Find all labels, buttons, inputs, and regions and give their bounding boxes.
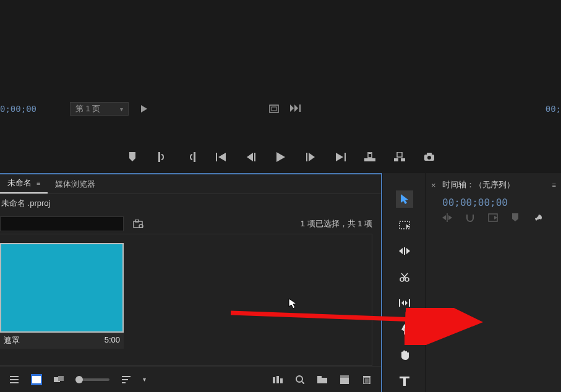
export-frame-icon[interactable]: [423, 151, 435, 163]
play-icon[interactable]: [141, 105, 147, 113]
svg-rect-7: [194, 152, 195, 162]
svg-marker-15: [336, 153, 343, 161]
track-select-tool[interactable]: [396, 216, 413, 234]
svg-rect-24: [427, 153, 432, 155]
lift-icon[interactable]: [364, 151, 376, 163]
panel-menu-icon[interactable]: ≡: [36, 179, 40, 187]
icon-view-button[interactable]: [31, 374, 42, 385]
svg-point-41: [296, 376, 302, 382]
svg-marker-52: [401, 194, 408, 204]
svg-rect-68: [403, 377, 406, 386]
timeline-timecode[interactable]: 00;00;00;00: [442, 197, 556, 208]
step-icon[interactable]: [290, 104, 301, 113]
svg-line-42: [302, 381, 304, 384]
svg-rect-29: [10, 376, 19, 377]
time-right: 00;: [546, 104, 561, 114]
search-input[interactable]: [0, 216, 124, 231]
svg-point-25: [427, 156, 431, 160]
razor-tool[interactable]: [396, 268, 413, 286]
step-back-icon[interactable]: [245, 151, 257, 163]
svg-rect-44: [317, 376, 322, 378]
marker-icon[interactable]: [126, 151, 139, 163]
project-bin[interactable]: 遮罩 5:00: [0, 234, 372, 366]
svg-rect-40: [280, 378, 283, 383]
safe-margins-icon[interactable]: [269, 104, 279, 113]
settings-icon[interactable]: [533, 213, 542, 223]
selection-info: 1 项已选择，共 1 项: [301, 218, 372, 229]
new-bin-icon[interactable]: [317, 374, 328, 385]
sort-button[interactable]: [121, 374, 132, 385]
project-filename: 未命名 .prproj: [0, 194, 381, 209]
tab-media-browser[interactable]: 媒体浏览器: [48, 175, 103, 194]
svg-rect-39: [276, 376, 279, 383]
slip-tool[interactable]: [396, 294, 413, 312]
svg-rect-5: [299, 104, 301, 112]
tab-project-label: 未命名: [7, 177, 32, 189]
svg-marker-0: [141, 105, 147, 113]
clip-duration: 5:00: [105, 335, 120, 346]
clip-thumbnail[interactable]: [0, 243, 124, 333]
project-panel: 未命名 ≡ 媒体浏览器 未命名 .prproj 1 项已选择，共 1 项 遮罩 …: [0, 173, 382, 392]
selection-tool[interactable]: [396, 190, 413, 208]
program-monitor: 0;00;00 第 1 页 ▾ 00;: [0, 0, 561, 173]
insert-icon[interactable]: [442, 213, 452, 223]
svg-marker-12: [276, 152, 285, 162]
tool-palette: [382, 173, 426, 392]
step-forward-icon[interactable]: [304, 151, 317, 163]
svg-rect-8: [216, 153, 217, 161]
in-point-icon[interactable]: [156, 151, 168, 163]
svg-marker-65: [405, 300, 408, 305]
svg-rect-48: [363, 376, 370, 377]
svg-rect-34: [58, 376, 64, 381]
hand-tool[interactable]: [396, 346, 413, 364]
page-dropdown[interactable]: 第 1 页 ▾: [70, 102, 129, 116]
list-view-button[interactable]: [9, 374, 20, 385]
svg-rect-37: [122, 382, 126, 383]
marker-add-icon[interactable]: [512, 213, 519, 223]
svg-rect-31: [10, 382, 19, 383]
svg-rect-46: [340, 375, 349, 378]
tab-media-label: 媒体浏览器: [55, 179, 95, 190]
extract-icon[interactable]: [393, 151, 406, 163]
svg-marker-70: [442, 215, 446, 220]
go-to-out-icon[interactable]: [334, 151, 346, 163]
svg-rect-53: [400, 221, 409, 229]
chevron-down-icon[interactable]: ▾: [143, 376, 146, 383]
snap-icon[interactable]: [466, 213, 474, 223]
play-button[interactable]: [275, 151, 287, 163]
type-tool[interactable]: [396, 372, 413, 390]
svg-rect-30: [10, 379, 19, 380]
svg-rect-43: [317, 378, 327, 383]
go-to-in-icon[interactable]: [215, 151, 228, 163]
freeform-view-button[interactable]: [53, 374, 64, 385]
svg-marker-10: [247, 153, 253, 161]
find-icon[interactable]: [294, 374, 306, 385]
svg-marker-14: [309, 153, 315, 161]
ripple-edit-tool[interactable]: [396, 242, 413, 260]
thumbnail-size-slider[interactable]: [75, 378, 109, 381]
transport-bar: [0, 147, 561, 167]
linked-selection-icon[interactable]: [488, 213, 498, 223]
svg-marker-57: [406, 248, 410, 254]
svg-marker-4: [294, 104, 298, 112]
svg-rect-36: [122, 379, 128, 380]
trash-icon[interactable]: [361, 374, 372, 385]
svg-rect-11: [254, 153, 255, 161]
timeline-title: 时间轴：（无序列）: [442, 179, 515, 190]
close-icon[interactable]: ×: [431, 181, 436, 190]
svg-rect-32: [32, 376, 41, 383]
filter-bin-icon[interactable]: [132, 219, 143, 228]
time-left: 0;00;00: [0, 104, 36, 114]
svg-rect-62: [399, 299, 400, 307]
chevron-down-icon: ▾: [120, 106, 123, 113]
new-item-icon[interactable]: [339, 374, 350, 385]
clip-item[interactable]: 遮罩 5:00: [0, 243, 124, 357]
svg-rect-38: [273, 377, 275, 383]
pen-tool[interactable]: [396, 320, 413, 338]
timeline-panel: × 时间轴：（无序列） ≡ 00;00;00;00: [426, 173, 561, 392]
automate-icon[interactable]: [272, 374, 283, 385]
out-point-icon[interactable]: [186, 151, 198, 163]
svg-rect-13: [306, 153, 307, 161]
panel-menu-icon[interactable]: ≡: [552, 181, 556, 189]
tab-project[interactable]: 未命名 ≡: [0, 174, 48, 194]
